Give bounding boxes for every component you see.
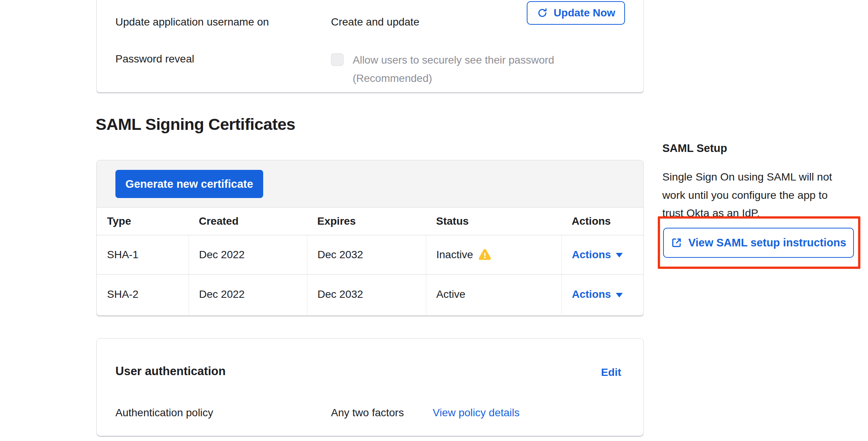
- edit-link[interactable]: Edit: [601, 366, 621, 379]
- table-row: SHA-2 Dec 2022 Dec 2032 Active Actions: [97, 274, 643, 315]
- saml-setup-description: Single Sign On using SAML will not work …: [662, 168, 868, 222]
- generate-new-certificate-button[interactable]: Generate new certificate: [115, 170, 263, 198]
- column-header-created: Created: [189, 208, 307, 235]
- column-header-status: Status: [426, 208, 561, 235]
- user-authentication-heading: User authentication: [115, 364, 225, 378]
- status-text: Active: [436, 288, 465, 300]
- authentication-policy-label: Authentication policy: [115, 406, 213, 419]
- certificates-panel: Generate new certificate Type Created Ex…: [96, 160, 644, 316]
- provisioning-settings-card: Update application username on Create an…: [96, 0, 644, 93]
- table-row: SHA-1 Dec 2022 Dec 2032 Inactive: [97, 235, 643, 274]
- cert-status-cell: Inactive: [426, 235, 561, 274]
- username-update-label: Update application username on: [115, 16, 269, 29]
- update-now-label: Update Now: [554, 7, 615, 19]
- cert-expires-cell: Dec 2032: [307, 235, 426, 274]
- column-header-expires: Expires: [307, 208, 426, 235]
- column-header-type: Type: [97, 208, 189, 235]
- password-reveal-checkbox-label-2: (Recommended): [353, 72, 432, 85]
- certificates-toolbar: Generate new certificate: [97, 160, 643, 208]
- description-line: trust Okta as an IdP.: [662, 204, 868, 222]
- password-reveal-checkbox-label: Allow users to securely see their passwo…: [353, 54, 554, 67]
- warning-icon: [478, 248, 492, 261]
- username-update-value: Create and update: [331, 16, 419, 29]
- cert-created-cell: Dec 2022: [189, 274, 307, 315]
- cert-actions-cell: Actions: [561, 235, 643, 274]
- saml-signing-certificates-heading: SAML Signing Certificates: [96, 115, 295, 134]
- description-line: work until you configure the app to: [662, 186, 868, 205]
- cert-type-cell: SHA-2: [97, 274, 189, 315]
- password-reveal-label: Password reveal: [115, 53, 194, 66]
- user-authentication-card: User authentication Edit Authentication …: [96, 338, 644, 436]
- certificates-table: Type Created Expires Status Actions SHA-…: [97, 208, 643, 315]
- column-header-actions: Actions: [561, 208, 643, 235]
- external-link-icon: [671, 237, 683, 249]
- cert-type-cell: SHA-1: [97, 235, 189, 274]
- cert-actions-cell: Actions: [561, 274, 643, 315]
- saml-setup-button-label: View SAML setup instructions: [688, 236, 846, 249]
- status-text: Inactive: [436, 249, 473, 261]
- chevron-down-icon: [616, 293, 623, 297]
- authentication-policy-value: Any two factors: [331, 406, 404, 419]
- table-header-row: Type Created Expires Status Actions: [97, 208, 643, 235]
- refresh-icon: [537, 7, 548, 19]
- view-saml-setup-instructions-button[interactable]: View SAML setup instructions: [663, 228, 854, 258]
- saml-setup-heading: SAML Setup: [662, 142, 727, 155]
- password-reveal-checkbox[interactable]: [331, 53, 344, 66]
- description-line: Single Sign On using SAML will not: [662, 168, 868, 186]
- chevron-down-icon: [616, 253, 623, 257]
- cert-created-cell: Dec 2022: [189, 235, 307, 274]
- view-policy-details-link[interactable]: View policy details: [433, 406, 520, 419]
- update-now-button[interactable]: Update Now: [527, 1, 625, 25]
- actions-dropdown[interactable]: Actions: [572, 288, 623, 300]
- actions-dropdown-label: Actions: [572, 288, 611, 300]
- actions-dropdown-label: Actions: [572, 249, 611, 261]
- cert-expires-cell: Dec 2032: [307, 274, 426, 315]
- cert-status-cell: Active: [426, 274, 561, 315]
- actions-dropdown[interactable]: Actions: [572, 249, 623, 261]
